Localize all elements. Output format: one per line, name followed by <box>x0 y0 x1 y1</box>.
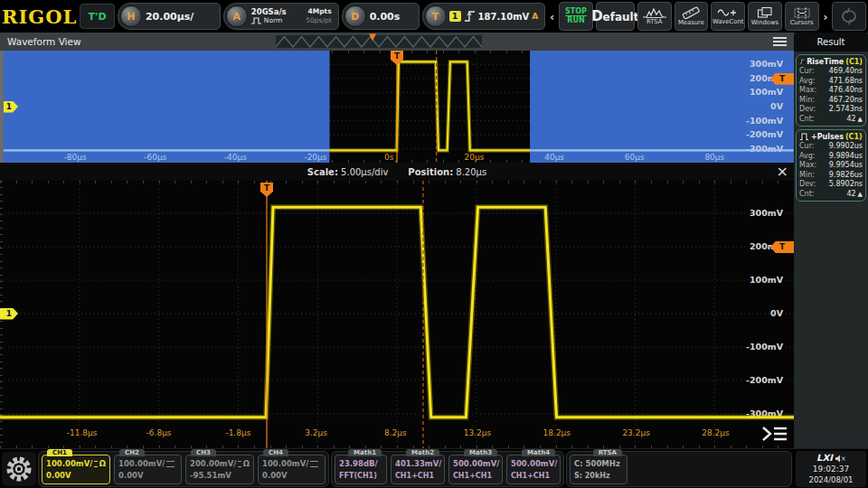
measurement-row: Cur:469.40ns <box>799 67 863 77</box>
default-button[interactable]: Default <box>596 2 635 31</box>
measurement-card-title: +Pulses(C1) <box>799 132 863 141</box>
system-date: 2024/08/01 <box>809 474 854 485</box>
wavecont-button[interactable]: WaveCont <box>711 2 745 31</box>
measurement-row: Cnt:42▲ <box>799 115 863 125</box>
toolbar-scroll-right[interactable]: › <box>822 10 830 23</box>
trigger-coupling: A <box>532 12 538 21</box>
pulses-icon <box>799 132 809 141</box>
math-scale: 401.33mV/ <box>395 458 440 470</box>
math-box-math3[interactable]: Math3500.00mV/CH1+CH1 <box>448 455 503 484</box>
channel-tab: CH4 <box>263 449 288 456</box>
rtsa-span: S: 20kHz <box>574 470 623 482</box>
risetime-icon <box>799 57 805 66</box>
menu-icon[interactable] <box>773 37 787 48</box>
measurement-stat-value: 467.20ns <box>829 96 863 104</box>
close-icon[interactable]: × <box>777 163 788 181</box>
stop-label: STOP <box>565 7 587 16</box>
measurement-card[interactable]: RiseTime(C1)Cur:469.40nsAvg:471.68nsMax:… <box>796 54 866 127</box>
channel-box-ch2[interactable]: CH2100.00mV/0.00V <box>114 455 182 484</box>
trigger-group[interactable]: T 1 187.10mV A <box>422 3 546 30</box>
measurement-stat-label: Cur: <box>799 67 815 77</box>
channel-scale-row: 100.00mV/ <box>118 458 177 470</box>
measure-button[interactable]: Measure <box>675 2 709 31</box>
horizontal-scale: 20.00μs/ <box>146 11 193 23</box>
bottom-status-bar: CH1100.00mV/Ω0.00VCH2100.00mV/0.00VCH320… <box>0 448 868 488</box>
channel-scale: 200.00mV/ <box>190 458 236 470</box>
horizontal-group[interactable]: H 20.00μs/ <box>118 3 221 30</box>
measurement-stat-value: 5.8902ns <box>829 180 863 188</box>
math-tab: Math1 <box>348 449 382 456</box>
rtsa-label: RTSA <box>646 19 662 25</box>
measurement-stat-label: Min: <box>799 171 815 181</box>
math-scale: 500.00mV/ <box>453 458 498 470</box>
measurement-row: Dev:5.8902ns <box>799 180 863 190</box>
math-scale: 23.98dB/ <box>339 458 382 470</box>
auto-cycle-button[interactable] <box>832 2 866 31</box>
impedance-icon: Ω <box>243 458 250 470</box>
speaker-muted-icon <box>835 455 845 463</box>
impedance-icon: Ω <box>99 458 106 470</box>
math-tab: Math3 <box>464 449 497 456</box>
measurement-stat-label: Dev: <box>799 180 816 190</box>
delay-value: 0.00s <box>370 11 401 23</box>
channel-offset: 0.00V <box>46 470 106 482</box>
acquire-group[interactable]: A 20GSa/s Norm 4Mpts 50ps/pt <box>223 3 339 30</box>
gear-icon <box>5 455 33 483</box>
zoom-waveform-view[interactable]: -11.8μs-6.8μs-1.8μs3.2μs8.2μs13.2μs18.2μ… <box>0 181 794 448</box>
measurement-stat-label: Dev: <box>799 105 816 115</box>
delay-group[interactable]: D 0.00s <box>342 3 420 30</box>
system-clock-panel[interactable]: LXI 19:02:37 2024/08/01 <box>796 451 866 487</box>
channel-box-ch3[interactable]: CH3200.00mV/Ω-95.51mV <box>185 455 254 484</box>
delay-knob[interactable]: D <box>344 5 366 27</box>
channel-tab: CH2 <box>119 449 145 456</box>
overview-waveform-view[interactable]: -80μs-60μs-40μs-20μs0s20μs40μs60μs80μs30… <box>0 51 794 163</box>
sample-rate: 20GSa/s <box>251 7 298 16</box>
channel-box-ch1[interactable]: CH1100.00mV/Ω0.00V <box>42 455 110 484</box>
trigger-position-marker-icon[interactable]: ▼ <box>369 32 376 42</box>
collapse-icon[interactable]: ▲ <box>858 191 863 198</box>
trigger-status-badge[interactable]: T'D <box>80 4 115 29</box>
rtsa-box[interactable]: RTSAC: 500MHzS: 20kHz <box>570 455 627 484</box>
upper-left-scrollbar[interactable] <box>0 51 4 163</box>
result-panel-header[interactable]: Result <box>794 33 868 52</box>
waveform-view-titlebar: Waveform View ▼ <box>0 33 794 51</box>
channel-offset: -95.51mV <box>190 470 250 482</box>
acquire-knob[interactable]: A <box>226 5 248 27</box>
measurement-name: +Pulses <box>811 133 844 141</box>
measurement-row: Min:467.20ns <box>799 96 863 106</box>
math-box-math1[interactable]: Math123.98dB/FFT(CH1) <box>335 455 387 484</box>
channel-group: CH1100.00mV/Ω0.00VCH2100.00mV/0.00VCH320… <box>38 451 329 487</box>
math-tab: Math2 <box>406 449 439 456</box>
utility-gear-button[interactable] <box>2 452 36 486</box>
toolbar-scroll-left[interactable]: ‹ <box>548 10 556 23</box>
measurement-stat-label: Min: <box>799 96 815 106</box>
stop-run-button[interactable]: STOP RUN <box>559 2 593 31</box>
math-box-math2[interactable]: Math2401.33mV/CH1+CH1 <box>391 455 445 484</box>
windows-label: Windows <box>751 20 778 26</box>
lxi-label: LXI <box>816 453 833 464</box>
channel-offset: 0.00V <box>262 470 321 482</box>
measure-label: Measure <box>678 20 704 26</box>
expand-menu-icon[interactable] <box>760 425 789 443</box>
horizontal-knob[interactable]: H <box>120 5 142 27</box>
zoom-position-label: Position: <box>408 167 453 177</box>
cursors-button[interactable]: Cursors <box>785 2 819 31</box>
measurement-stat-value: 476.40ns <box>829 86 863 94</box>
channel-scale-row: 100.00mV/ <box>262 458 321 470</box>
measurement-stat-value: 9.9902us <box>829 142 863 150</box>
zoom-position-value: 8.20μs <box>456 167 486 177</box>
trigger-knob[interactable]: T <box>425 5 447 27</box>
rtsa-button[interactable]: RTSA <box>637 2 672 31</box>
dc-coupling-icon <box>94 461 97 467</box>
memory-position-strip[interactable] <box>276 35 482 48</box>
windows-icon <box>757 6 773 19</box>
windows-button[interactable]: Windows <box>748 2 782 31</box>
dc-coupling-icon <box>310 461 318 467</box>
channel-box-ch4[interactable]: CH4100.00mV/0.00V <box>258 455 326 484</box>
collapse-icon[interactable]: ▲ <box>858 116 863 123</box>
measurement-card[interactable]: +Pulses(C1)Cur:9.9902usAvg:9.9894usMax:9… <box>796 129 866 202</box>
measurement-stat-label: Avg: <box>799 152 816 162</box>
measurement-row: Max:476.40ns <box>799 86 863 96</box>
math-box-math4[interactable]: Math4500.00mV/CH1+CH1 <box>506 455 561 484</box>
top-toolbar: RIGOL T'D H 20.00μs/ A 20GSa/s Norm 4Mpt… <box>0 0 868 33</box>
